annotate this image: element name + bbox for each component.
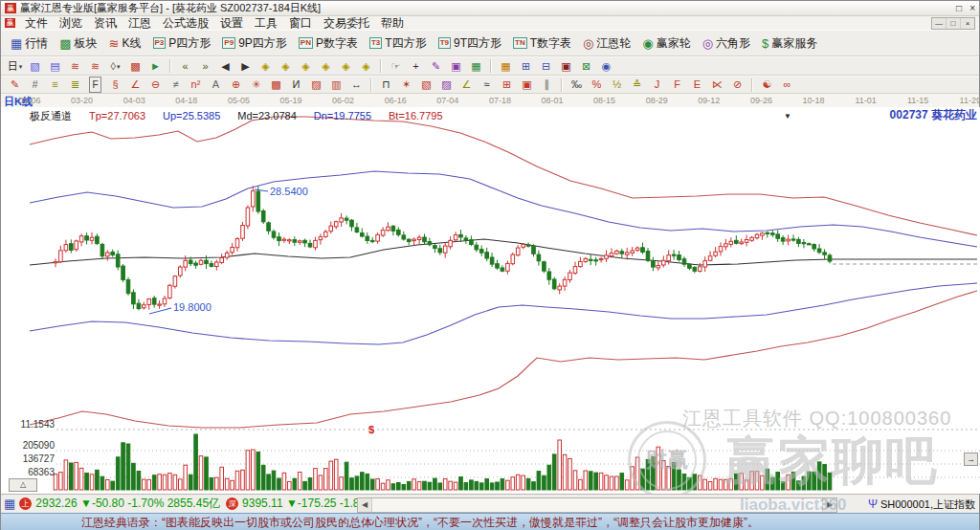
menu-item-4[interactable]: 公式选股 <box>157 16 214 30</box>
speed-line-tool-icon[interactable]: ⋉ <box>708 77 726 93</box>
gann-diamond-5-icon[interactable]: ◈ <box>337 58 355 75</box>
quote-grid-icon[interactable]: ▦ <box>4 497 15 511</box>
net-sync-icon[interactable]: ◉ <box>597 58 615 75</box>
fractal-tool-icon[interactable]: И <box>287 77 305 93</box>
quotes-button[interactable]: ▦行情 <box>5 33 54 55</box>
band-wave-icon[interactable]: ≋ <box>66 58 84 75</box>
box-tool-icon[interactable]: ▩ <box>267 77 285 93</box>
winner-wheel-button[interactable]: ◉赢家轮 <box>636 33 696 55</box>
playback-icon[interactable]: ► <box>146 58 165 75</box>
expand-range-tool-icon[interactable]: ↔ <box>347 77 366 93</box>
p-table-button[interactable]: PNP数字表 <box>293 33 364 55</box>
band-wave2-icon[interactable]: ≋ <box>86 58 104 75</box>
next-bar-icon[interactable]: ▶ <box>236 58 255 75</box>
infinity-icon[interactable]: ∞ <box>778 77 796 93</box>
angle-tool-icon[interactable]: ∠ <box>126 77 145 93</box>
menu-item-5[interactable]: 设置 <box>214 16 249 30</box>
gann-box-tool-icon[interactable]: ⊞ <box>498 77 516 93</box>
channel-tool-icon[interactable]: ⊓ <box>377 77 395 93</box>
percent-tool-icon[interactable]: % <box>588 77 606 93</box>
gann-diamond-4-icon[interactable]: ◈ <box>317 58 335 75</box>
hatch2-tool-icon[interactable]: ▨ <box>437 77 456 93</box>
f-line-tool-icon[interactable]: F <box>668 77 686 93</box>
hand-tool-icon[interactable]: ☞ <box>387 58 405 75</box>
menu-item-1[interactable]: 浏览 <box>54 16 88 30</box>
price-levels2-tool-icon[interactable]: ≣ <box>66 77 84 93</box>
parallel-tool-icon[interactable]: ∥ <box>538 77 556 93</box>
gann-wheel-button[interactable]: ◎江恩轮 <box>577 33 636 55</box>
gann-diamond-3-icon[interactable]: ◈ <box>297 58 315 75</box>
slope-tool-icon[interactable]: ∠ <box>457 77 476 93</box>
winner-service-button[interactable]: $赢家服务 <box>756 33 823 55</box>
gold-section-tool-icon[interactable]: ≙ <box>628 77 646 93</box>
scroll-right-button[interactable]: → <box>964 453 978 466</box>
brush-tool-icon[interactable]: ✎ <box>6 77 24 93</box>
calculator-icon[interactable]: ⊞ <box>517 58 535 75</box>
taiji-icon[interactable]: ☯ <box>758 77 776 93</box>
target-tool-icon[interactable]: ⊕ <box>227 77 245 93</box>
arc-tool-icon[interactable]: § <box>106 77 124 93</box>
e-line-tool-icon[interactable]: E <box>688 77 706 93</box>
ratio-tool-icon[interactable]: ‰ <box>568 77 586 93</box>
square-box-tool-icon[interactable]: ▣ <box>518 77 536 93</box>
net-export-icon[interactable]: ⊠ <box>577 58 595 75</box>
save-icon[interactable]: ▣ <box>557 58 575 75</box>
fib-levels-tool-icon[interactable]: F <box>86 77 104 93</box>
expand-panel-button[interactable]: △ <box>9 478 37 492</box>
region-select-icon[interactable]: ▩ <box>126 58 145 75</box>
close-button[interactable]: × <box>969 3 975 13</box>
menu-item-9[interactable]: 帮助 <box>375 16 410 30</box>
monitor-icon[interactable]: ▣ <box>447 58 465 75</box>
cycle-tool-icon[interactable]: ⊖ <box>146 77 165 93</box>
j-line-tool-icon[interactable]: J <box>648 77 666 93</box>
menu-item-2[interactable]: 资讯 <box>88 16 122 30</box>
menu-item-6[interactable]: 工具 <box>249 16 283 30</box>
sectors-button[interactable]: ▩板块 <box>54 33 102 55</box>
scroll-left-arrow-icon[interactable]: ◀ <box>358 498 372 512</box>
marker2-tool-icon[interactable]: ▥ <box>327 77 345 93</box>
marker-red-tool-icon[interactable]: ▨ <box>307 77 325 93</box>
gann-grid-tool-icon[interactable]: # <box>26 77 44 93</box>
n2-tool-icon[interactable]: n² <box>187 77 205 93</box>
horizontal-scrollbar[interactable]: ◀ ▶ <box>357 497 837 513</box>
chart-style-icon[interactable]: ▧ <box>26 58 44 75</box>
chip-dropdown[interactable]: ◊▾ <box>106 58 124 75</box>
gann-diamond-6-icon[interactable]: ◈ <box>357 58 375 75</box>
p9-square-button[interactable]: P99P四方形 <box>216 33 292 55</box>
mdi-close-button[interactable]: × <box>960 18 974 29</box>
kline-button[interactable]: ≋K线 <box>103 33 147 55</box>
prev-bar-icon[interactable]: ◀ <box>216 58 234 75</box>
t-square-button[interactable]: T3T四方形 <box>364 33 433 55</box>
gann-diamond-2-icon[interactable]: ◈ <box>277 58 295 75</box>
last-bar-icon[interactable]: » <box>196 58 214 75</box>
board-icon[interactable]: ▦ <box>467 58 485 75</box>
info-panel-icon[interactable]: ▤ <box>46 58 64 75</box>
star-tool-icon[interactable]: ✳ <box>247 77 265 93</box>
t-table-button[interactable]: TNT数字表 <box>507 33 577 55</box>
gann-diamond-1-icon[interactable]: ◈ <box>256 58 275 75</box>
sh-index-quote[interactable]: 2932.26 ▼-50.80 -1.70% 2855.45亿 <box>35 496 220 512</box>
text-tool-icon[interactable]: A <box>207 77 225 93</box>
hatch-tool-icon[interactable]: ▧ <box>417 77 435 93</box>
menu-item-7[interactable]: 窗口 <box>283 16 318 30</box>
menu-item-0[interactable]: 文件 <box>19 16 54 30</box>
pen-tool-icon[interactable]: ✎ <box>427 58 445 75</box>
delete-line-tool-icon[interactable]: ⊘ <box>728 77 746 93</box>
calendar-icon[interactable]: ▦ <box>497 58 515 75</box>
mdi-restore-button[interactable]: □ <box>946 18 960 29</box>
chart-panel[interactable]: 江恩工具软件 QQ:100800360 赢家聊吧 财赢 28.540019.80… <box>1 107 980 494</box>
period-day-dropdown[interactable]: 日▾ <box>6 58 24 75</box>
p-square-button[interactable]: P3P四方形 <box>147 33 217 55</box>
t9-square-button[interactable]: T99T四方形 <box>433 33 507 55</box>
rays-tool-icon[interactable]: ✶ <box>397 77 415 93</box>
mdi-minimize-button[interactable]: — <box>932 18 946 29</box>
gold-ratio-tool-icon[interactable]: ½ <box>608 77 626 93</box>
bars-count-tool-icon[interactable]: ≠ <box>167 77 185 93</box>
hexagon-button[interactable]: ◎六角形 <box>697 33 756 55</box>
crosshair-icon[interactable]: + <box>407 58 425 75</box>
price-levels-tool-icon[interactable]: ≡ <box>46 77 64 93</box>
menu-item-3[interactable]: 江恩 <box>122 16 157 30</box>
scroll-right-arrow-icon[interactable]: ▶ <box>822 498 836 512</box>
restore-button[interactable]: □ <box>956 3 962 13</box>
layout-save-icon[interactable]: ⊟ <box>537 58 555 75</box>
